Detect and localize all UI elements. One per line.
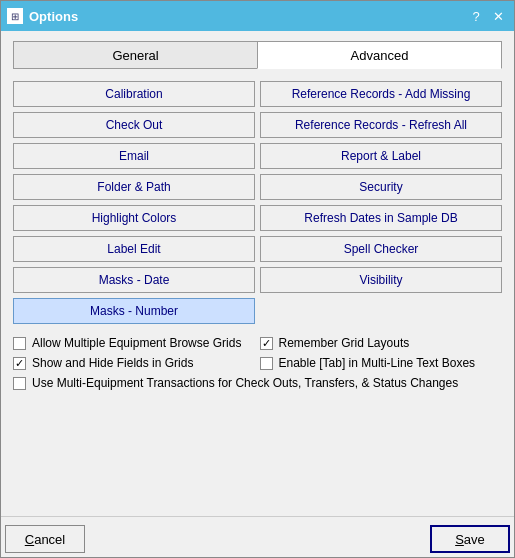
help-button[interactable]: ? [466, 6, 486, 26]
report-label-button[interactable]: Report & Label [260, 143, 502, 169]
enable-tab-checkbox[interactable] [260, 357, 273, 370]
close-button[interactable]: ✕ [488, 6, 508, 26]
folder-path-button[interactable]: Folder & Path [13, 174, 255, 200]
show-hide-item: Show and Hide Fields in Grids [13, 356, 256, 370]
save-button[interactable]: Save [430, 525, 510, 553]
masks-number-button[interactable]: Masks - Number [13, 298, 255, 324]
checkout-button[interactable]: Check Out [13, 112, 255, 138]
cancel-button[interactable]: Cancel [5, 525, 85, 553]
checkbox-row-1: Allow Multiple Equipment Browse Grids Re… [13, 336, 502, 350]
checkbox-row-2: Show and Hide Fields in Grids Enable [Ta… [13, 356, 502, 370]
ref-add-missing-button[interactable]: Reference Records - Add Missing [260, 81, 502, 107]
email-button[interactable]: Email [13, 143, 255, 169]
label-edit-button[interactable]: Label Edit [13, 236, 255, 262]
show-hide-label: Show and Hide Fields in Grids [32, 356, 193, 370]
checkbox-row-3: Use Multi-Equipment Transactions for Che… [13, 376, 502, 390]
spell-checker-button[interactable]: Spell Checker [260, 236, 502, 262]
enable-tab-item: Enable [Tab] in Multi-Line Text Boxes [260, 356, 503, 370]
highlight-colors-button[interactable]: Highlight Colors [13, 205, 255, 231]
tabs-row: General Advanced [13, 41, 502, 69]
remember-grid-checkbox[interactable] [260, 337, 273, 350]
options-window: ⊞ Options ? ✕ General Advanced Calibrati… [0, 0, 515, 558]
remember-grid-label: Remember Grid Layouts [279, 336, 410, 350]
tab-advanced[interactable]: Advanced [257, 41, 502, 69]
enable-tab-label: Enable [Tab] in Multi-Line Text Boxes [279, 356, 476, 370]
title-bar: ⊞ Options ? ✕ [1, 1, 514, 31]
allow-multiple-item: Allow Multiple Equipment Browse Grids [13, 336, 256, 350]
use-multi-equip-label: Use Multi-Equipment Transactions for Che… [32, 376, 458, 390]
buttons-grid: Calibration Reference Records - Add Miss… [13, 81, 502, 324]
refresh-dates-button[interactable]: Refresh Dates in Sample DB [260, 205, 502, 231]
allow-multiple-checkbox[interactable] [13, 337, 26, 350]
visibility-button[interactable]: Visibility [260, 267, 502, 293]
show-hide-checkbox[interactable] [13, 357, 26, 370]
allow-multiple-label: Allow Multiple Equipment Browse Grids [32, 336, 241, 350]
window-body: General Advanced Calibration Reference R… [1, 31, 514, 516]
calibration-button[interactable]: Calibration [13, 81, 255, 107]
ref-refresh-all-button[interactable]: Reference Records - Refresh All [260, 112, 502, 138]
checkboxes-section: Allow Multiple Equipment Browse Grids Re… [13, 336, 502, 390]
remember-grid-item: Remember Grid Layouts [260, 336, 503, 350]
security-button[interactable]: Security [260, 174, 502, 200]
masks-date-button[interactable]: Masks - Date [13, 267, 255, 293]
use-multi-equip-checkbox[interactable] [13, 377, 26, 390]
window-title: Options [29, 9, 78, 24]
tab-general[interactable]: General [13, 41, 257, 69]
window-icon: ⊞ [7, 8, 23, 24]
footer: Cancel Save [1, 516, 514, 557]
